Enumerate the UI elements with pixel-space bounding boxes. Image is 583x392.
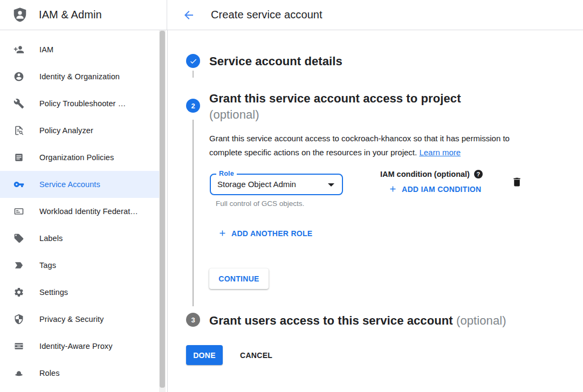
- person-add-icon: [13, 44, 24, 55]
- step2-number-badge: 2: [186, 99, 200, 113]
- sidebar-item-label: IAM: [39, 45, 53, 54]
- sidebar-nav: IAM Identity & Organization Policy Troub…: [0, 30, 159, 392]
- sidebar-scrollbar-thumb[interactable]: [160, 31, 165, 388]
- step3-heading-text: Grant users access to this service accou…: [209, 314, 453, 327]
- delete-role-button[interactable]: [511, 176, 523, 188]
- trash-icon: [511, 176, 523, 188]
- sidebar-item-label: Identity-Aware Proxy: [39, 342, 113, 350]
- product-header: IAM & Admin: [0, 0, 167, 30]
- sidebar-item-label: Service Accounts: [39, 180, 100, 189]
- create-service-account-panel: Service account details 2 Grant this ser…: [167, 30, 583, 392]
- stepper-connector: [193, 120, 194, 306]
- sidebar-scrollbar-track: [159, 30, 166, 392]
- tag-arrow-icon: [13, 260, 24, 271]
- step3-number-badge: 3: [186, 313, 200, 327]
- gear-icon: [13, 287, 24, 298]
- step2-optional-label: (optional): [209, 108, 259, 121]
- back-arrow-icon[interactable]: [182, 9, 195, 22]
- plus-icon: [388, 184, 397, 194]
- sidebar-item-policy-troubleshooter[interactable]: Policy Troubleshooter …: [0, 90, 159, 117]
- sidebar-item-label: Tags: [39, 261, 56, 270]
- done-button[interactable]: DONE: [186, 345, 223, 365]
- iam-condition-header: IAM condition (optional) ?: [380, 170, 483, 178]
- step2-heading-text: Grant this service account access to pro…: [209, 92, 461, 105]
- sidebar-item-label: Privacy & Security: [39, 315, 104, 324]
- role-field-label: Role: [216, 170, 237, 177]
- identity-card-icon: [13, 206, 24, 217]
- add-another-role-label: ADD ANOTHER ROLE: [231, 229, 313, 238]
- sidebar-item-label: Identity & Organization: [39, 72, 120, 81]
- step1-heading: Service account details: [209, 54, 342, 68]
- iam-condition-label: IAM condition (optional): [380, 170, 470, 178]
- wrench-icon: [13, 98, 24, 109]
- sidebar-item-label: Policy Troubleshooter …: [39, 99, 126, 108]
- step3-optional-label: (optional): [456, 314, 506, 327]
- iam-admin-shield-icon: [12, 7, 28, 23]
- role-selected-value: Storage Object Admin: [211, 175, 342, 194]
- sidebar-item-roles[interactable]: Roles: [0, 360, 159, 387]
- sidebar-item-label: Roles: [39, 369, 60, 377]
- plus-icon: [218, 229, 227, 238]
- sidebar-item-label: Workload Identity Federat…: [39, 207, 138, 216]
- list-document-icon: [13, 152, 24, 163]
- sidebar-item-identity-organization[interactable]: Identity & Organization: [0, 63, 159, 90]
- add-another-role-button[interactable]: ADD ANOTHER ROLE: [218, 229, 313, 238]
- add-iam-condition-label: ADD IAM CONDITION: [402, 185, 481, 194]
- step3-heading: Grant users access to this service accou…: [209, 314, 506, 328]
- sidebar-item-labels[interactable]: Labels: [0, 225, 159, 252]
- sidebar-item-workload-identity-federation[interactable]: Workload Identity Federat…: [0, 198, 159, 225]
- sidebar-item-tags[interactable]: Tags: [0, 252, 159, 279]
- sidebar-item-iam[interactable]: IAM: [0, 36, 159, 63]
- proxy-stripes-icon: [13, 341, 24, 352]
- hat-icon: [13, 368, 24, 379]
- service-account-key-icon: [13, 179, 24, 190]
- learn-more-link[interactable]: Learn more: [419, 148, 461, 157]
- step2-heading: Grant this service account access to pro…: [209, 91, 461, 123]
- cancel-button[interactable]: CANCEL: [236, 345, 277, 365]
- sidebar-item-policy-analyzer[interactable]: Policy Analyzer: [0, 117, 159, 144]
- policy-analyzer-icon: [13, 125, 24, 136]
- add-iam-condition-button[interactable]: ADD IAM CONDITION: [388, 184, 481, 194]
- sidebar-item-label: Organization Policies: [39, 153, 114, 162]
- role-dropdown[interactable]: Role Storage Object Admin: [210, 174, 343, 195]
- step1-complete-check-icon: [186, 54, 200, 68]
- chevron-down-icon: [328, 183, 334, 187]
- sidebar-item-label: Settings: [39, 288, 68, 297]
- continue-button[interactable]: CONTINUE: [209, 269, 269, 289]
- account-circle-icon: [13, 71, 24, 82]
- sidebar-item-identity-aware-proxy[interactable]: Identity-Aware Proxy: [0, 333, 159, 360]
- sidebar-item-settings[interactable]: Settings: [0, 279, 159, 306]
- product-title: IAM & Admin: [39, 9, 102, 21]
- sidebar-item-service-accounts[interactable]: Service Accounts: [0, 171, 159, 198]
- page-header: Create service account: [167, 0, 583, 30]
- sidebar-item-label: Policy Analyzer: [39, 126, 93, 135]
- grant-access-description-text: Grant this service account access to coc…: [209, 134, 510, 157]
- page-title: Create service account: [211, 9, 323, 21]
- sidebar-item-organization-policies[interactable]: Organization Policies: [0, 144, 159, 171]
- help-icon[interactable]: ?: [474, 170, 483, 178]
- stepper-connector: [193, 71, 194, 78]
- shield-half-icon: [13, 314, 24, 325]
- label-tag-icon: [13, 233, 24, 244]
- sidebar-item-privacy-security[interactable]: Privacy & Security: [0, 306, 159, 333]
- sidebar-item-label: Labels: [39, 234, 63, 243]
- role-helper-text: Full control of GCS objects.: [216, 200, 304, 208]
- grant-access-description: Grant this service account access to coc…: [209, 132, 531, 159]
